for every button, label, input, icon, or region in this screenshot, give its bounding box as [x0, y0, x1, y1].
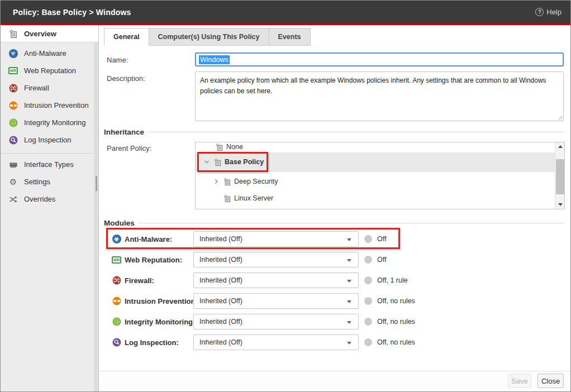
- policy-editor-window: Policy: Base Policy > Windows ? Help Ove…: [0, 0, 571, 392]
- policy-icon: [213, 157, 222, 167]
- help-label: Help: [546, 8, 562, 16]
- tree-item-label: Deep Security: [234, 178, 278, 185]
- window-title-path: Base Policy > Windows: [41, 8, 131, 17]
- window-title: Policy: Base Policy > Windows: [13, 8, 131, 17]
- policy-icon: [215, 142, 224, 152]
- sidebar-collapse-handle[interactable]: [96, 176, 97, 191]
- tab-bar: General Computer(s) Using This Policy Ev…: [104, 28, 311, 46]
- intrusion-prevention-icon: [8, 101, 18, 110]
- firewall-icon: [112, 276, 121, 285]
- anti-malware-icon: ☣: [8, 49, 18, 58]
- tab-general[interactable]: General: [104, 28, 149, 46]
- sidebar-item-web-reputation[interactable]: WR Web Reputation: [1, 62, 98, 79]
- module-row-firewall: Firewall: Inherited (Off) Off, 1 rule: [99, 273, 479, 288]
- chevron-down-icon: [347, 342, 351, 345]
- tree-item-linux-server[interactable]: Linux Server: [222, 190, 273, 207]
- tab-events[interactable]: Events: [269, 28, 311, 46]
- module-status: Off: [377, 231, 386, 247]
- sidebar-item-overview[interactable]: Overview: [1, 25, 98, 42]
- intrusion-prevention-icon: [112, 297, 121, 306]
- sidebar-item-intrusion-prevention[interactable]: Intrusion Prevention: [1, 97, 98, 114]
- sidebar-item-log-inspection[interactable]: Log Inspection: [1, 131, 98, 149]
- section-divider-line: [149, 132, 564, 132]
- parent-policy-tree: None Base Policy Deep Security: [195, 142, 565, 209]
- scroll-down-icon[interactable]: [555, 200, 565, 209]
- intrusion-prevention-state-dropdown[interactable]: Inherited (Off): [193, 293, 359, 309]
- chevron-down-icon: [347, 259, 351, 262]
- name-label: Name:: [107, 56, 128, 64]
- web-reputation-icon: WR: [112, 255, 121, 265]
- firewall-state-dropdown[interactable]: Inherited (Off): [193, 273, 359, 288]
- log-inspection-icon: [8, 135, 18, 145]
- window-title-prefix: Policy:: [13, 8, 39, 17]
- modules-section-header: Modules: [104, 219, 564, 227]
- module-label: Log Inspection:: [112, 334, 179, 350]
- sidebar-item-integrity-monitoring[interactable]: Integrity Monitoring: [1, 114, 98, 131]
- tab-computers-using-this-policy[interactable]: Computer(s) Using This Policy: [149, 28, 269, 46]
- web-reputation-state-dropdown[interactable]: Inherited (Off): [193, 252, 359, 267]
- sidebar-item-label: Overview: [24, 30, 56, 38]
- anti-malware-state-dropdown[interactable]: Inherited (Off): [193, 231, 359, 247]
- chevron-down-icon[interactable]: [203, 159, 210, 165]
- integrity-monitoring-icon: [8, 118, 18, 127]
- inheritance-section-title: Inheritance: [104, 128, 144, 136]
- sidebar: Overview ☣ Anti-Malware WR Web Reputatio…: [1, 25, 99, 391]
- description-textarea[interactable]: An example policy from which all the exa…: [195, 71, 564, 121]
- sidebar-item-label: Overrides: [24, 195, 55, 203]
- parent-policy-label: Parent Policy:: [107, 144, 151, 152]
- chevron-down-icon: [347, 238, 351, 241]
- sidebar-item-overrides[interactable]: Overrides: [1, 190, 98, 208]
- tree-item-partial: [222, 207, 232, 209]
- sidebar-divider: [1, 153, 98, 154]
- chevron-right-icon[interactable]: [213, 178, 220, 185]
- main-content: General Computer(s) Using This Policy Ev…: [99, 25, 570, 391]
- module-status: Off, no rules: [377, 314, 415, 329]
- status-dot: [364, 256, 372, 264]
- inheritance-section-header: Inheritance: [104, 128, 564, 136]
- module-status: Off: [377, 252, 386, 267]
- save-button[interactable]: Save: [508, 374, 531, 388]
- scroll-up-icon[interactable]: [555, 142, 565, 151]
- integrity-monitoring-state-dropdown[interactable]: Inherited (Off): [193, 314, 359, 329]
- module-label: Firewall:: [112, 273, 154, 288]
- sidebar-item-label: Integrity Monitoring: [24, 118, 86, 127]
- close-button[interactable]: Close: [537, 374, 564, 388]
- module-row-log-inspection: Log Inspection: Inherited (Off) Off, no …: [99, 334, 479, 350]
- tree-item-label: Linux Server: [234, 194, 273, 202]
- module-row-web-reputation: WR Web Reputation: Inherited (Off) Off: [99, 252, 479, 267]
- interface-types-icon: [8, 160, 18, 169]
- sidebar-item-anti-malware[interactable]: ☣ Anti-Malware: [1, 45, 98, 62]
- log-inspection-state-dropdown[interactable]: Inherited (Off): [193, 334, 359, 350]
- chevron-down-icon: [347, 280, 351, 283]
- module-status: Off, 1 rule: [377, 273, 408, 288]
- modules-section-title: Modules: [104, 219, 135, 227]
- tree-item-base-policy[interactable]: Base Policy: [203, 154, 264, 170]
- name-input[interactable]: Windows: [195, 52, 564, 66]
- tree-item-label: Base Policy: [225, 158, 264, 166]
- sidebar-item-settings[interactable]: ⚙ Settings: [1, 173, 98, 190]
- module-label: Intrusion Prevention:: [112, 293, 198, 309]
- sidebar-item-label: Anti-Malware: [24, 49, 66, 58]
- policy-icon: [222, 177, 232, 187]
- status-dot: [364, 297, 372, 305]
- status-dot: [364, 318, 372, 326]
- help-button[interactable]: ? Help: [535, 8, 562, 16]
- scrollbar-thumb[interactable]: [556, 159, 564, 194]
- resize-grip-icon[interactable]: [557, 114, 562, 119]
- status-dot: [364, 276, 372, 284]
- description-text: An example policy from which all the exa…: [200, 77, 546, 95]
- gear-icon: ⚙: [8, 177, 18, 187]
- sidebar-item-label: Web Reputation: [24, 66, 76, 75]
- sidebar-item-label: Settings: [24, 178, 50, 186]
- name-input-selected-text: Windows: [199, 55, 230, 64]
- module-label: WR Web Reputation:: [112, 252, 182, 267]
- module-status: Off, no rules: [377, 334, 415, 350]
- tree-scrollbar[interactable]: [555, 142, 564, 209]
- tree-item-deep-security[interactable]: Deep Security: [213, 173, 278, 190]
- help-icon: ?: [535, 8, 544, 16]
- module-row-anti-malware: ☣ Anti-Malware: Inherited (Off) Off: [99, 231, 479, 247]
- sidebar-item-firewall[interactable]: Firewall: [1, 79, 98, 97]
- footer-bar: Save Close: [99, 371, 570, 391]
- sidebar-item-interface-types[interactable]: Interface Types: [1, 156, 98, 173]
- module-status: Off, no rules: [377, 293, 415, 309]
